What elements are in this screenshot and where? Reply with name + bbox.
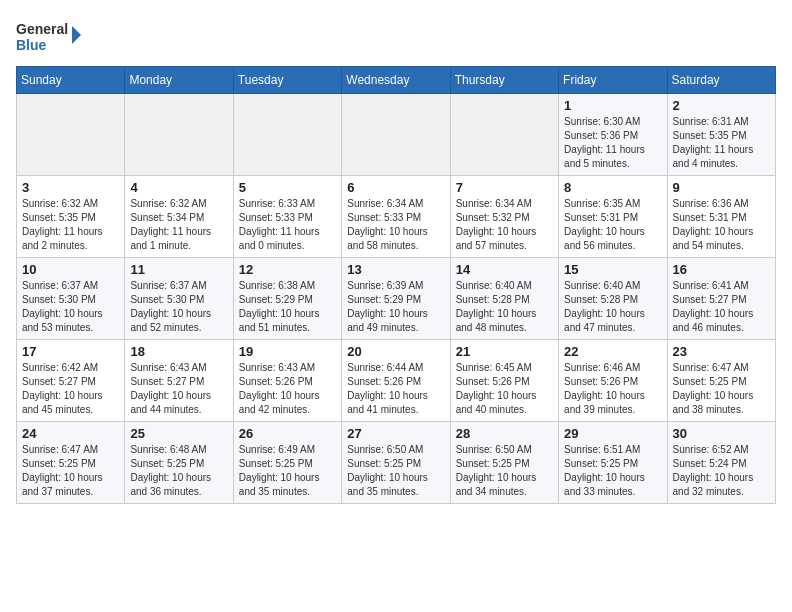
calendar-cell bbox=[342, 94, 450, 176]
day-number: 12 bbox=[239, 262, 336, 277]
day-info: Sunrise: 6:40 AM Sunset: 5:28 PM Dayligh… bbox=[564, 279, 661, 335]
day-info: Sunrise: 6:43 AM Sunset: 5:27 PM Dayligh… bbox=[130, 361, 227, 417]
calendar-week-row: 10Sunrise: 6:37 AM Sunset: 5:30 PM Dayli… bbox=[17, 258, 776, 340]
calendar-week-row: 17Sunrise: 6:42 AM Sunset: 5:27 PM Dayli… bbox=[17, 340, 776, 422]
day-number: 2 bbox=[673, 98, 770, 113]
calendar-cell: 18Sunrise: 6:43 AM Sunset: 5:27 PM Dayli… bbox=[125, 340, 233, 422]
day-info: Sunrise: 6:41 AM Sunset: 5:27 PM Dayligh… bbox=[673, 279, 770, 335]
day-info: Sunrise: 6:36 AM Sunset: 5:31 PM Dayligh… bbox=[673, 197, 770, 253]
calendar-week-row: 24Sunrise: 6:47 AM Sunset: 5:25 PM Dayli… bbox=[17, 422, 776, 504]
weekday-header: Monday bbox=[125, 67, 233, 94]
day-number: 7 bbox=[456, 180, 553, 195]
day-number: 16 bbox=[673, 262, 770, 277]
day-info: Sunrise: 6:30 AM Sunset: 5:36 PM Dayligh… bbox=[564, 115, 661, 171]
day-info: Sunrise: 6:50 AM Sunset: 5:25 PM Dayligh… bbox=[456, 443, 553, 499]
calendar-cell: 10Sunrise: 6:37 AM Sunset: 5:30 PM Dayli… bbox=[17, 258, 125, 340]
day-number: 28 bbox=[456, 426, 553, 441]
day-info: Sunrise: 6:45 AM Sunset: 5:26 PM Dayligh… bbox=[456, 361, 553, 417]
calendar-cell: 20Sunrise: 6:44 AM Sunset: 5:26 PM Dayli… bbox=[342, 340, 450, 422]
day-number: 15 bbox=[564, 262, 661, 277]
day-number: 5 bbox=[239, 180, 336, 195]
weekday-header: Tuesday bbox=[233, 67, 341, 94]
day-info: Sunrise: 6:34 AM Sunset: 5:32 PM Dayligh… bbox=[456, 197, 553, 253]
calendar-cell: 17Sunrise: 6:42 AM Sunset: 5:27 PM Dayli… bbox=[17, 340, 125, 422]
weekday-header: Saturday bbox=[667, 67, 775, 94]
day-info: Sunrise: 6:37 AM Sunset: 5:30 PM Dayligh… bbox=[22, 279, 119, 335]
day-number: 4 bbox=[130, 180, 227, 195]
day-number: 24 bbox=[22, 426, 119, 441]
calendar-cell: 24Sunrise: 6:47 AM Sunset: 5:25 PM Dayli… bbox=[17, 422, 125, 504]
calendar-cell: 3Sunrise: 6:32 AM Sunset: 5:35 PM Daylig… bbox=[17, 176, 125, 258]
day-info: Sunrise: 6:34 AM Sunset: 5:33 PM Dayligh… bbox=[347, 197, 444, 253]
day-info: Sunrise: 6:52 AM Sunset: 5:24 PM Dayligh… bbox=[673, 443, 770, 499]
day-number: 26 bbox=[239, 426, 336, 441]
day-number: 30 bbox=[673, 426, 770, 441]
calendar-cell: 7Sunrise: 6:34 AM Sunset: 5:32 PM Daylig… bbox=[450, 176, 558, 258]
day-number: 23 bbox=[673, 344, 770, 359]
day-info: Sunrise: 6:50 AM Sunset: 5:25 PM Dayligh… bbox=[347, 443, 444, 499]
day-info: Sunrise: 6:38 AM Sunset: 5:29 PM Dayligh… bbox=[239, 279, 336, 335]
day-number: 10 bbox=[22, 262, 119, 277]
calendar-table: SundayMondayTuesdayWednesdayThursdayFrid… bbox=[16, 66, 776, 504]
calendar-cell: 1Sunrise: 6:30 AM Sunset: 5:36 PM Daylig… bbox=[559, 94, 667, 176]
calendar-cell: 22Sunrise: 6:46 AM Sunset: 5:26 PM Dayli… bbox=[559, 340, 667, 422]
calendar-cell: 26Sunrise: 6:49 AM Sunset: 5:25 PM Dayli… bbox=[233, 422, 341, 504]
calendar-cell: 11Sunrise: 6:37 AM Sunset: 5:30 PM Dayli… bbox=[125, 258, 233, 340]
day-number: 9 bbox=[673, 180, 770, 195]
day-number: 29 bbox=[564, 426, 661, 441]
day-number: 17 bbox=[22, 344, 119, 359]
day-number: 18 bbox=[130, 344, 227, 359]
calendar-cell: 9Sunrise: 6:36 AM Sunset: 5:31 PM Daylig… bbox=[667, 176, 775, 258]
day-number: 3 bbox=[22, 180, 119, 195]
calendar-cell: 5Sunrise: 6:33 AM Sunset: 5:33 PM Daylig… bbox=[233, 176, 341, 258]
calendar-cell: 27Sunrise: 6:50 AM Sunset: 5:25 PM Dayli… bbox=[342, 422, 450, 504]
calendar-week-row: 1Sunrise: 6:30 AM Sunset: 5:36 PM Daylig… bbox=[17, 94, 776, 176]
day-info: Sunrise: 6:32 AM Sunset: 5:35 PM Dayligh… bbox=[22, 197, 119, 253]
day-info: Sunrise: 6:49 AM Sunset: 5:25 PM Dayligh… bbox=[239, 443, 336, 499]
day-info: Sunrise: 6:42 AM Sunset: 5:27 PM Dayligh… bbox=[22, 361, 119, 417]
calendar-cell: 30Sunrise: 6:52 AM Sunset: 5:24 PM Dayli… bbox=[667, 422, 775, 504]
day-number: 21 bbox=[456, 344, 553, 359]
calendar-cell: 25Sunrise: 6:48 AM Sunset: 5:25 PM Dayli… bbox=[125, 422, 233, 504]
day-number: 11 bbox=[130, 262, 227, 277]
calendar-cell: 19Sunrise: 6:43 AM Sunset: 5:26 PM Dayli… bbox=[233, 340, 341, 422]
weekday-header: Wednesday bbox=[342, 67, 450, 94]
calendar-week-row: 3Sunrise: 6:32 AM Sunset: 5:35 PM Daylig… bbox=[17, 176, 776, 258]
day-info: Sunrise: 6:31 AM Sunset: 5:35 PM Dayligh… bbox=[673, 115, 770, 171]
day-number: 27 bbox=[347, 426, 444, 441]
day-info: Sunrise: 6:33 AM Sunset: 5:33 PM Dayligh… bbox=[239, 197, 336, 253]
weekday-header: Friday bbox=[559, 67, 667, 94]
day-info: Sunrise: 6:46 AM Sunset: 5:26 PM Dayligh… bbox=[564, 361, 661, 417]
weekday-header: Sunday bbox=[17, 67, 125, 94]
svg-marker-2 bbox=[72, 26, 81, 44]
day-info: Sunrise: 6:48 AM Sunset: 5:25 PM Dayligh… bbox=[130, 443, 227, 499]
calendar-cell: 29Sunrise: 6:51 AM Sunset: 5:25 PM Dayli… bbox=[559, 422, 667, 504]
day-info: Sunrise: 6:47 AM Sunset: 5:25 PM Dayligh… bbox=[22, 443, 119, 499]
day-number: 14 bbox=[456, 262, 553, 277]
day-number: 6 bbox=[347, 180, 444, 195]
calendar-cell: 14Sunrise: 6:40 AM Sunset: 5:28 PM Dayli… bbox=[450, 258, 558, 340]
day-info: Sunrise: 6:35 AM Sunset: 5:31 PM Dayligh… bbox=[564, 197, 661, 253]
day-number: 25 bbox=[130, 426, 227, 441]
calendar-body: 1Sunrise: 6:30 AM Sunset: 5:36 PM Daylig… bbox=[17, 94, 776, 504]
day-number: 1 bbox=[564, 98, 661, 113]
logo: GeneralBlue bbox=[16, 16, 86, 56]
day-info: Sunrise: 6:47 AM Sunset: 5:25 PM Dayligh… bbox=[673, 361, 770, 417]
day-info: Sunrise: 6:37 AM Sunset: 5:30 PM Dayligh… bbox=[130, 279, 227, 335]
calendar-cell: 28Sunrise: 6:50 AM Sunset: 5:25 PM Dayli… bbox=[450, 422, 558, 504]
calendar-cell: 8Sunrise: 6:35 AM Sunset: 5:31 PM Daylig… bbox=[559, 176, 667, 258]
calendar-cell: 6Sunrise: 6:34 AM Sunset: 5:33 PM Daylig… bbox=[342, 176, 450, 258]
day-number: 8 bbox=[564, 180, 661, 195]
calendar-cell: 15Sunrise: 6:40 AM Sunset: 5:28 PM Dayli… bbox=[559, 258, 667, 340]
day-info: Sunrise: 6:40 AM Sunset: 5:28 PM Dayligh… bbox=[456, 279, 553, 335]
day-info: Sunrise: 6:51 AM Sunset: 5:25 PM Dayligh… bbox=[564, 443, 661, 499]
day-info: Sunrise: 6:44 AM Sunset: 5:26 PM Dayligh… bbox=[347, 361, 444, 417]
calendar-cell: 12Sunrise: 6:38 AM Sunset: 5:29 PM Dayli… bbox=[233, 258, 341, 340]
day-number: 20 bbox=[347, 344, 444, 359]
calendar-cell: 23Sunrise: 6:47 AM Sunset: 5:25 PM Dayli… bbox=[667, 340, 775, 422]
calendar-cell: 21Sunrise: 6:45 AM Sunset: 5:26 PM Dayli… bbox=[450, 340, 558, 422]
svg-text:Blue: Blue bbox=[16, 37, 47, 53]
day-info: Sunrise: 6:39 AM Sunset: 5:29 PM Dayligh… bbox=[347, 279, 444, 335]
calendar-cell: 16Sunrise: 6:41 AM Sunset: 5:27 PM Dayli… bbox=[667, 258, 775, 340]
calendar-cell bbox=[125, 94, 233, 176]
